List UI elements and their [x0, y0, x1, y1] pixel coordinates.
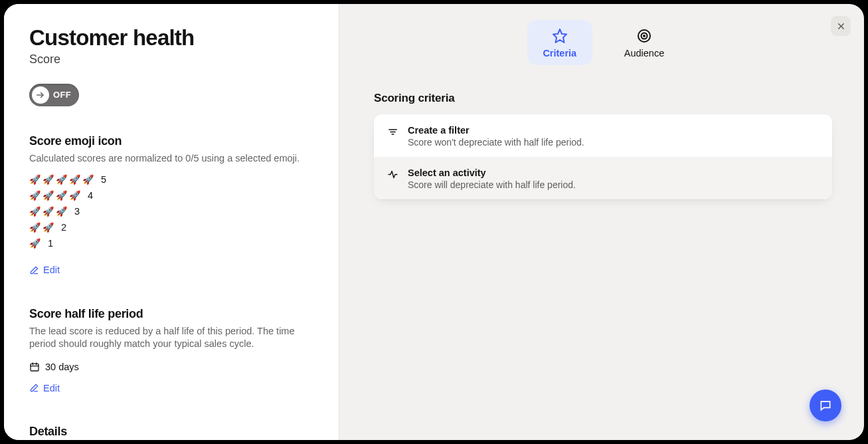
settings-panel: Customer health Score OFF Score emoji ic… [4, 4, 339, 440]
close-button[interactable] [831, 16, 851, 36]
page-title: Customer health [29, 27, 312, 50]
toggle-state-label: OFF [53, 90, 71, 100]
create-filter-row[interactable]: Create a filter Score won't depreciate w… [374, 114, 832, 157]
halflife-value-row: 30 days [29, 362, 312, 372]
details-heading: Details [29, 425, 312, 439]
close-icon [836, 21, 846, 31]
target-icon [636, 28, 652, 44]
calendar-icon [29, 362, 40, 372]
tab-criteria[interactable]: Criteria [527, 20, 592, 65]
halflife-description: The lead score is reduced by a half life… [29, 325, 302, 351]
select-activity-title: Select an activity [408, 167, 576, 178]
edit-emoji-label: Edit [43, 265, 60, 275]
emoji-row-5: 🚀🚀🚀🚀🚀5 [29, 174, 312, 185]
svg-marker-7 [553, 29, 566, 43]
edit-emoji-button[interactable]: Edit [29, 265, 60, 275]
edit-halflife-button[interactable]: Edit [29, 383, 60, 393]
score-enabled-toggle[interactable]: OFF [29, 84, 79, 106]
help-fab[interactable] [810, 389, 841, 421]
edit-halflife-label: Edit [43, 383, 60, 393]
select-activity-row[interactable]: Select an activity Score will depreciate… [374, 157, 832, 199]
create-filter-title: Create a filter [408, 125, 584, 136]
emoji-row-2: 🚀🚀2 [29, 222, 312, 233]
tabs: Criteria Audience [374, 20, 832, 65]
halflife-section: Score half life period The lead score is… [29, 307, 312, 396]
arrow-right-icon [35, 90, 46, 100]
app-window: Customer health Score OFF Score emoji ic… [4, 4, 864, 440]
tab-audience-label: Audience [624, 48, 664, 58]
criteria-heading: Scoring criteria [374, 92, 832, 105]
svg-rect-1 [31, 364, 39, 371]
activity-icon [387, 169, 398, 180]
emoji-rows: 🚀🚀🚀🚀🚀5 🚀🚀🚀🚀4 🚀🚀🚀3 🚀🚀2 🚀1 [29, 174, 312, 249]
details-section: Details Last updated just now [29, 425, 312, 440]
emoji-section-description: Calculated scores are normalized to 0/5 … [29, 152, 302, 166]
emoji-section: Score emoji icon Calculated scores are n… [29, 134, 312, 278]
halflife-heading: Score half life period [29, 307, 312, 321]
emoji-row-1: 🚀1 [29, 238, 312, 249]
svg-point-10 [644, 35, 645, 37]
toggle-knob [32, 86, 49, 104]
star-icon [552, 28, 568, 44]
tab-audience[interactable]: Audience [610, 20, 679, 65]
filter-icon [387, 126, 398, 138]
criteria-card: Create a filter Score won't depreciate w… [374, 114, 832, 199]
emoji-row-3: 🚀🚀🚀3 [29, 206, 312, 217]
create-filter-subtitle: Score won't depreciate with half life pe… [408, 137, 584, 148]
emoji-section-heading: Score emoji icon [29, 134, 312, 148]
select-activity-subtitle: Score will depreciate with half life per… [408, 179, 576, 190]
chat-icon [819, 399, 832, 412]
emoji-row-4: 🚀🚀🚀🚀4 [29, 190, 312, 201]
criteria-panel: Criteria Audience Scoring criteria Creat… [339, 4, 864, 440]
page-subtitle: Score [29, 53, 312, 66]
edit-icon [29, 265, 39, 275]
tab-criteria-label: Criteria [543, 48, 576, 58]
halflife-value: 30 days [45, 362, 79, 372]
edit-icon [29, 383, 39, 393]
